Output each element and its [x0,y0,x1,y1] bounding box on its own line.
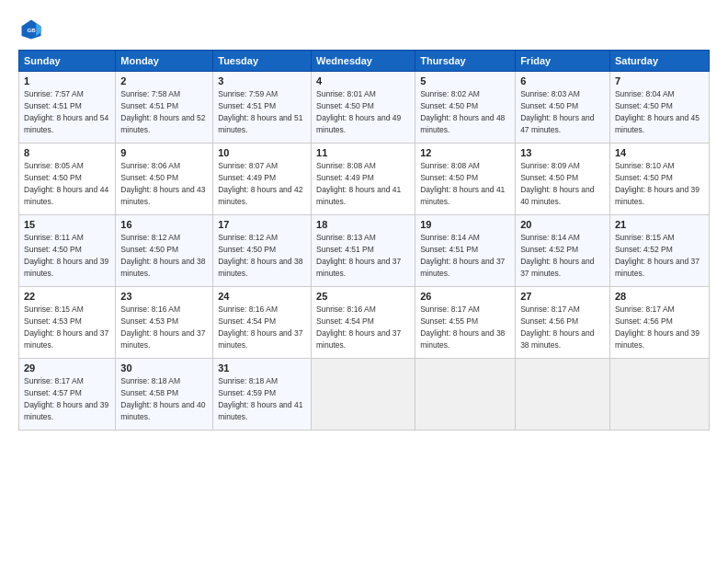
day-info: Sunrise: 8:04 AMSunset: 4:50 PMDaylight:… [615,89,700,134]
day-number: 10 [218,147,306,158]
day-cell: 10 Sunrise: 8:07 AMSunset: 4:49 PMDaylig… [213,144,312,215]
day-info: Sunrise: 8:18 AMSunset: 4:58 PMDaylight:… [120,376,205,421]
logo: GB [18,17,48,42]
day-cell: 30 Sunrise: 8:18 AMSunset: 4:58 PMDaylig… [116,359,213,431]
header: GB [18,17,710,42]
day-info: Sunrise: 8:17 AMSunset: 4:57 PMDaylight:… [24,376,108,421]
header-cell-tuesday: Tuesday [213,51,312,72]
day-number: 2 [120,75,208,86]
day-number: 25 [316,291,410,302]
day-info: Sunrise: 8:13 AMSunset: 4:51 PMDaylight:… [316,233,401,278]
day-cell: 18 Sunrise: 8:13 AMSunset: 4:51 PMDaylig… [312,215,415,287]
day-info: Sunrise: 8:16 AMSunset: 4:54 PMDaylight:… [218,304,302,350]
day-info: Sunrise: 8:08 AMSunset: 4:49 PMDaylight:… [316,161,401,206]
day-number: 4 [316,75,410,86]
day-cell: 23 Sunrise: 8:16 AMSunset: 4:53 PMDaylig… [116,287,213,359]
day-number: 11 [316,147,410,158]
day-cell: 1 Sunrise: 7:57 AMSunset: 4:51 PMDayligh… [19,72,116,144]
header-cell-saturday: Saturday [609,51,709,72]
day-number: 7 [615,75,704,86]
day-info: Sunrise: 8:16 AMSunset: 4:53 PMDaylight:… [120,304,205,350]
header-row: SundayMondayTuesdayWednesdayThursdayFrid… [19,51,710,72]
day-number: 24 [218,291,306,302]
day-cell: 8 Sunrise: 8:05 AMSunset: 4:50 PMDayligh… [19,144,116,215]
day-cell: 26 Sunrise: 8:17 AMSunset: 4:55 PMDaylig… [415,287,516,359]
day-info: Sunrise: 8:12 AMSunset: 4:50 PMDaylight:… [120,233,205,278]
day-info: Sunrise: 8:10 AMSunset: 4:50 PMDaylight:… [615,161,700,206]
header-cell-friday: Friday [516,51,610,72]
day-number: 26 [420,291,510,302]
day-number: 1 [24,75,110,86]
page: GB SundayMondayTuesdayWednesdayThursdayF… [0,0,728,440]
day-cell: 21 Sunrise: 8:15 AMSunset: 4:52 PMDaylig… [609,215,709,287]
day-number: 20 [520,219,605,230]
week-row-4: 22 Sunrise: 8:15 AMSunset: 4:53 PMDaylig… [19,287,710,359]
day-number: 15 [24,219,110,230]
day-cell: 11 Sunrise: 8:08 AMSunset: 4:49 PMDaylig… [312,144,415,215]
day-info: Sunrise: 8:17 AMSunset: 4:56 PMDaylight:… [615,304,700,350]
day-cell: 14 Sunrise: 8:10 AMSunset: 4:50 PMDaylig… [609,144,709,215]
day-cell: 3 Sunrise: 7:59 AMSunset: 4:51 PMDayligh… [213,72,312,144]
day-number: 3 [218,75,306,86]
day-cell: 31 Sunrise: 8:18 AMSunset: 4:59 PMDaylig… [213,359,312,431]
day-cell: 5 Sunrise: 8:02 AMSunset: 4:50 PMDayligh… [415,72,516,144]
week-row-3: 15 Sunrise: 8:11 AMSunset: 4:50 PMDaylig… [19,215,710,287]
day-info: Sunrise: 8:14 AMSunset: 4:52 PMDaylight:… [520,233,594,278]
day-info: Sunrise: 8:17 AMSunset: 4:55 PMDaylight:… [420,304,505,350]
day-cell: 19 Sunrise: 8:14 AMSunset: 4:51 PMDaylig… [415,215,516,287]
day-number: 12 [420,147,510,158]
day-cell [516,359,610,431]
day-info: Sunrise: 8:07 AMSunset: 4:49 PMDaylight:… [218,161,302,206]
day-number: 17 [218,219,306,230]
day-info: Sunrise: 8:18 AMSunset: 4:59 PMDaylight:… [218,376,302,421]
day-info: Sunrise: 7:59 AMSunset: 4:51 PMDaylight:… [218,89,302,134]
day-info: Sunrise: 8:14 AMSunset: 4:51 PMDaylight:… [420,233,505,278]
day-number: 16 [120,219,208,230]
day-info: Sunrise: 8:12 AMSunset: 4:50 PMDaylight:… [218,233,302,278]
day-number: 18 [316,219,410,230]
header-cell-monday: Monday [116,51,213,72]
calendar-table: SundayMondayTuesdayWednesdayThursdayFrid… [18,50,710,431]
day-cell [609,359,709,431]
day-number: 5 [420,75,510,86]
header-cell-wednesday: Wednesday [312,51,415,72]
day-cell: 2 Sunrise: 7:58 AMSunset: 4:51 PMDayligh… [116,72,213,144]
day-number: 6 [520,75,605,86]
day-number: 19 [420,219,510,230]
day-cell: 4 Sunrise: 8:01 AMSunset: 4:50 PMDayligh… [312,72,415,144]
day-cell: 27 Sunrise: 8:17 AMSunset: 4:56 PMDaylig… [516,287,610,359]
day-cell: 25 Sunrise: 8:16 AMSunset: 4:54 PMDaylig… [312,287,415,359]
day-number: 13 [520,147,605,158]
day-cell: 16 Sunrise: 8:12 AMSunset: 4:50 PMDaylig… [116,215,213,287]
day-cell: 13 Sunrise: 8:09 AMSunset: 4:50 PMDaylig… [516,144,610,215]
logo-icon: GB [18,17,44,42]
day-info: Sunrise: 7:57 AMSunset: 4:51 PMDaylight:… [24,89,108,134]
day-info: Sunrise: 8:05 AMSunset: 4:50 PMDaylight:… [24,161,108,206]
day-cell: 17 Sunrise: 8:12 AMSunset: 4:50 PMDaylig… [213,215,312,287]
day-number: 9 [120,147,208,158]
header-cell-thursday: Thursday [415,51,516,72]
day-number: 8 [24,147,110,158]
day-info: Sunrise: 8:17 AMSunset: 4:56 PMDaylight:… [520,304,594,350]
day-cell [312,359,415,431]
day-cell: 12 Sunrise: 8:08 AMSunset: 4:50 PMDaylig… [415,144,516,215]
day-number: 31 [218,362,306,373]
day-number: 22 [24,291,110,302]
day-cell [415,359,516,431]
day-info: Sunrise: 8:08 AMSunset: 4:50 PMDaylight:… [420,161,505,206]
day-cell: 24 Sunrise: 8:16 AMSunset: 4:54 PMDaylig… [213,287,312,359]
day-info: Sunrise: 8:15 AMSunset: 4:52 PMDaylight:… [615,233,700,278]
day-info: Sunrise: 8:02 AMSunset: 4:50 PMDaylight:… [420,89,505,134]
day-info: Sunrise: 8:01 AMSunset: 4:50 PMDaylight:… [316,89,401,134]
day-number: 21 [615,219,704,230]
day-info: Sunrise: 8:03 AMSunset: 4:50 PMDaylight:… [520,89,594,134]
week-row-2: 8 Sunrise: 8:05 AMSunset: 4:50 PMDayligh… [19,144,710,215]
day-cell: 9 Sunrise: 8:06 AMSunset: 4:50 PMDayligh… [116,144,213,215]
day-cell: 22 Sunrise: 8:15 AMSunset: 4:53 PMDaylig… [19,287,116,359]
day-cell: 29 Sunrise: 8:17 AMSunset: 4:57 PMDaylig… [19,359,116,431]
day-number: 28 [615,291,704,302]
day-info: Sunrise: 8:11 AMSunset: 4:50 PMDaylight:… [24,233,108,278]
svg-text:GB: GB [27,27,36,33]
week-row-5: 29 Sunrise: 8:17 AMSunset: 4:57 PMDaylig… [19,359,710,431]
day-number: 23 [120,291,208,302]
